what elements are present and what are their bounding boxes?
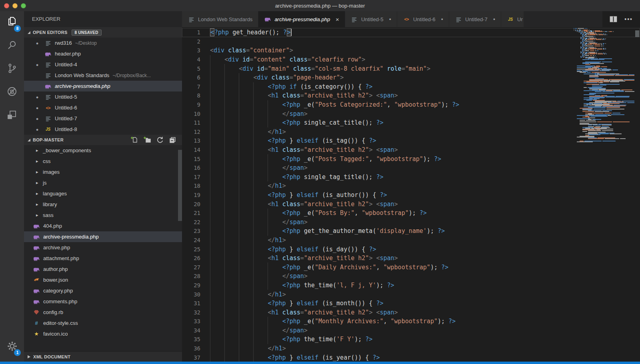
- code-line[interactable]: 28 </span>: [182, 272, 640, 281]
- tree-file-item[interactable]: category.php: [24, 285, 182, 296]
- code-line[interactable]: 36 </h1>: [182, 344, 640, 353]
- line-number[interactable]: 36: [182, 345, 200, 352]
- line-number[interactable]: 23: [182, 228, 200, 234]
- tree-file-item[interactable]: archive.php: [24, 242, 182, 253]
- refresh-icon[interactable]: [156, 136, 164, 143]
- line-number[interactable]: 18: [182, 183, 200, 189]
- line-number[interactable]: 13: [182, 137, 200, 144]
- code-line[interactable]: 10 </span>: [182, 109, 640, 118]
- activity-source-control-button[interactable]: [0, 58, 24, 81]
- code-line[interactable]: 32 <h1 class="archive_title h2"> <span>: [182, 308, 640, 317]
- folder-section-header[interactable]: BOP-MASTER: [24, 135, 182, 145]
- code-line[interactable]: 26 <h1 class="archive_title h2"> <span>: [182, 254, 640, 263]
- line-number[interactable]: 2: [182, 38, 200, 45]
- code-line[interactable]: 21 <?php _e("Posts By:", "wpbootstrap");…: [182, 209, 640, 218]
- open-editor-item[interactable]: ●Untitled-4: [24, 59, 182, 70]
- line-number[interactable]: 24: [182, 237, 200, 243]
- code-line[interactable]: 13 <?php } elseif (is_tag()) { ?>: [182, 136, 640, 145]
- line-number[interactable]: 10: [182, 111, 200, 117]
- tree-file-item[interactable]: #editor-style.css: [24, 318, 182, 328]
- code-line[interactable]: 33 <?php _e("Monthly Archives:", "wpboot…: [182, 317, 640, 326]
- code-line[interactable]: 9 <?php _e("Posts Categorized:", "wpboot…: [182, 100, 640, 109]
- code-line[interactable]: 15 <?php _e("Posts Tagged:", "wpbootstra…: [182, 154, 640, 163]
- code-editor[interactable]: 1<?php get_header(); ?>23<div class="con…: [182, 27, 640, 362]
- activity-search-button[interactable]: [0, 34, 24, 58]
- tree-folder-item[interactable]: ▸images: [24, 167, 182, 177]
- line-number[interactable]: 15: [182, 156, 200, 162]
- more-actions-icon[interactable]: •••: [624, 16, 633, 22]
- code-line[interactable]: 20 <h1 class="archive_title h2"> <span>: [182, 199, 640, 209]
- code-line[interactable]: 18 </h1>: [182, 181, 640, 191]
- tree-file-item[interactable]: comments.php: [24, 296, 182, 307]
- code-line[interactable]: 24 </h1>: [182, 236, 640, 245]
- line-number[interactable]: 8: [182, 92, 200, 99]
- tree-file-item[interactable]: config.rb: [24, 307, 182, 318]
- open-editor-item[interactable]: archive-pressmedia.php: [24, 81, 182, 91]
- tree-folder-item[interactable]: ▸js: [24, 177, 182, 188]
- code-line[interactable]: 12 </h1>: [182, 127, 640, 137]
- line-number[interactable]: 17: [182, 174, 200, 180]
- code-line[interactable]: 37 <?php } elseif (is_year()) { ?>: [182, 353, 640, 362]
- line-number[interactable]: 21: [182, 210, 200, 216]
- line-number[interactable]: 9: [182, 101, 200, 108]
- line-number[interactable]: 31: [182, 300, 200, 306]
- code-line[interactable]: 30 </h1>: [182, 290, 640, 299]
- open-editor-item[interactable]: ●Untitled-7: [24, 113, 182, 124]
- tree-file-item[interactable]: 404.php: [24, 221, 182, 231]
- code-line[interactable]: 16 </span>: [182, 163, 640, 173]
- line-number[interactable]: 28: [182, 273, 200, 279]
- code-line[interactable]: 27 <?php _e("Daily Archives:", "wpbootst…: [182, 263, 640, 272]
- line-number[interactable]: 27: [182, 264, 200, 271]
- xml-document-header[interactable]: XML DOCUMENT: [24, 351, 182, 362]
- tree-folder-item[interactable]: ▸sass: [24, 210, 182, 221]
- tree-folder-item[interactable]: ▸library: [24, 199, 182, 210]
- code-line[interactable]: 4 <div id="content" class="clearfix row"…: [182, 55, 640, 64]
- settings-gear-button[interactable]: 1: [0, 335, 24, 358]
- open-editors-header[interactable]: OPEN EDITORS 8 UNSAVED: [24, 27, 182, 38]
- line-number[interactable]: 14: [182, 147, 200, 153]
- line-number[interactable]: 7: [182, 84, 200, 90]
- code-line[interactable]: 19 <?php } elseif (is_author()) { ?>: [182, 191, 640, 200]
- minimap[interactable]: [574, 28, 634, 146]
- tree-file-item[interactable]: author.php: [24, 264, 182, 274]
- open-editor-item[interactable]: ●<>Untitled-6: [24, 102, 182, 113]
- activity-explorer-button[interactable]: 8: [0, 11, 24, 34]
- editor-tab[interactable]: Untitled-7●: [449, 11, 501, 27]
- line-number[interactable]: 26: [182, 255, 200, 261]
- tree-folder-item[interactable]: ▸css: [24, 156, 182, 167]
- editor-tab[interactable]: JSUr: [501, 11, 524, 27]
- code-line[interactable]: 6 <div class="page-header">: [182, 73, 640, 82]
- editor-tab[interactable]: <>Untitled-6●: [397, 11, 449, 27]
- close-tab-icon[interactable]: ×: [336, 16, 339, 23]
- tree-file-item[interactable]: attachment.php: [24, 253, 182, 264]
- line-number[interactable]: 19: [182, 192, 200, 198]
- line-number[interactable]: 33: [182, 318, 200, 324]
- split-editor-icon[interactable]: [610, 16, 617, 22]
- code-line[interactable]: 31 <?php } elseif (is_month()) { ?>: [182, 299, 640, 308]
- collapse-all-icon[interactable]: [169, 136, 176, 143]
- activity-extensions-button[interactable]: [0, 104, 24, 127]
- tree-folder-item[interactable]: ▸_bower_components: [24, 145, 182, 156]
- code-line[interactable]: 29 <?php the_time('l, F j, Y'); ?>: [182, 281, 640, 290]
- new-folder-icon[interactable]: [144, 136, 151, 143]
- line-number[interactable]: 35: [182, 336, 200, 342]
- line-number[interactable]: 5: [182, 66, 200, 72]
- line-number[interactable]: 16: [182, 165, 200, 171]
- line-number[interactable]: 11: [182, 119, 200, 126]
- code-line[interactable]: 1<?php get_header(); ?>: [182, 28, 640, 37]
- line-number[interactable]: 32: [182, 309, 200, 316]
- line-number[interactable]: 6: [182, 74, 200, 81]
- code-line[interactable]: 5 <div id="main" class="col-sm-8 clearfi…: [182, 64, 640, 73]
- line-number[interactable]: 25: [182, 246, 200, 253]
- code-line[interactable]: 34 </span>: [182, 326, 640, 335]
- tree-file-item[interactable]: archive-pressmedia.php: [24, 231, 182, 242]
- open-editor-item[interactable]: ●JSUntitled-8: [24, 124, 182, 135]
- code-line[interactable]: 2: [182, 37, 640, 46]
- line-number[interactable]: 22: [182, 219, 200, 225]
- code-line[interactable]: 11 <?php single_cat_title(); ?>: [182, 118, 640, 127]
- line-number[interactable]: 29: [182, 282, 200, 288]
- line-number[interactable]: 12: [182, 129, 200, 135]
- open-editor-item[interactable]: ●rwd316~/Desktop: [24, 38, 182, 48]
- code-line[interactable]: 25 <?php } elseif (is_day()) { ?>: [182, 245, 640, 254]
- code-line[interactable]: 23 <?php get_the_author_meta('display_na…: [182, 227, 640, 236]
